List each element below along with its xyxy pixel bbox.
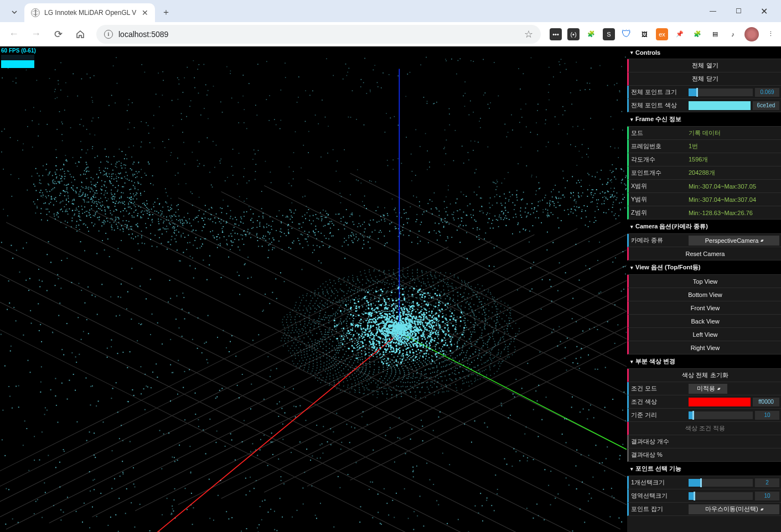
- extension-icon[interactable]: 🖼: [638, 28, 650, 40]
- front-view-button[interactable]: Front View: [631, 301, 779, 314]
- svg-rect-4411: [506, 225, 507, 226]
- condition-color-hex[interactable]: ff0000: [753, 398, 779, 406]
- color-reset-button[interactable]: 색상 전체 초기화: [631, 369, 779, 382]
- svg-rect-1609: [371, 382, 372, 383]
- svg-rect-3292: [373, 343, 375, 345]
- section-camera[interactable]: Camera 옵션(카메라 종류): [627, 220, 781, 234]
- nav-home-button[interactable]: [71, 25, 90, 44]
- point-size-slider[interactable]: [689, 88, 753, 96]
- section-controls[interactable]: Controls: [627, 46, 781, 59]
- region-select-size-value[interactable]: 10: [755, 492, 779, 500]
- svg-rect-5944: [230, 341, 231, 342]
- extension-icon[interactable]: •••: [550, 28, 562, 40]
- point-color-hex[interactable]: 6ce1ed: [753, 101, 779, 110]
- bookmark-star-icon[interactable]: ☆: [524, 28, 533, 40]
- nav-back-button[interactable]: ←: [4, 25, 23, 44]
- svg-rect-5685: [589, 493, 590, 494]
- svg-rect-297: [393, 348, 394, 350]
- svg-rect-2664: [426, 330, 428, 331]
- svg-rect-341: [423, 345, 424, 346]
- right-view-button[interactable]: Right View: [631, 341, 779, 354]
- svg-rect-1769: [429, 284, 430, 285]
- section-partial-color[interactable]: 부분 색상 변경: [627, 354, 781, 369]
- svg-rect-5049: [212, 221, 213, 222]
- back-view-button[interactable]: Back View: [631, 315, 779, 327]
- top-view-button[interactable]: Top View: [631, 275, 779, 288]
- point-size-value[interactable]: 0.069: [755, 88, 779, 97]
- svg-rect-6393: [135, 486, 136, 487]
- extension-icon[interactable]: (•): [567, 28, 580, 40]
- point-grab-select[interactable]: 마우스이동(미선택): [689, 504, 779, 514]
- svg-rect-802: [360, 357, 361, 358]
- one-select-size-value[interactable]: 2: [755, 478, 779, 487]
- condition-color-swatch[interactable]: [689, 398, 751, 406]
- svg-rect-3100: [386, 317, 387, 319]
- svg-rect-2232: [417, 272, 418, 273]
- svg-rect-5078: [61, 208, 62, 210]
- extension-icon[interactable]: 🧩: [585, 28, 597, 40]
- tab-close-button[interactable]: ✕: [141, 8, 149, 17]
- chrome-menu-icon[interactable]: ⋮: [764, 28, 777, 40]
- svg-rect-2115: [407, 276, 408, 277]
- lidar-canvas[interactable]: 60 FPS (0-61): [0, 46, 627, 532]
- svg-rect-2114: [403, 275, 404, 277]
- nav-reload-button[interactable]: ⟳: [49, 25, 68, 44]
- section-view[interactable]: View 옵션 (Top/Font등): [627, 260, 781, 275]
- svg-rect-6140: [581, 348, 582, 349]
- svg-rect-6600: [364, 58, 365, 59]
- extensions-menu-icon[interactable]: 🧩: [691, 28, 704, 40]
- base-dist-value[interactable]: 10: [755, 411, 779, 420]
- svg-rect-3508: [96, 206, 97, 207]
- svg-rect-4672: [56, 169, 58, 170]
- window-close-button[interactable]: ✕: [751, 0, 777, 22]
- svg-rect-3636: [171, 239, 172, 241]
- pin-icon[interactable]: 📌: [674, 28, 686, 40]
- svg-rect-3689: [132, 174, 133, 175]
- left-view-button[interactable]: Left View: [631, 328, 779, 341]
- svg-rect-4621: [287, 217, 288, 218]
- svg-rect-4997: [442, 222, 443, 223]
- extension-icon[interactable]: ex: [656, 28, 668, 40]
- section-point-select[interactable]: 포인트 선택 기능: [627, 462, 781, 476]
- apply-color-condition-button[interactable]: 색상 조건 적용: [631, 422, 779, 435]
- svg-rect-3124: [389, 318, 390, 320]
- svg-rect-4886: [131, 237, 132, 238]
- one-select-size-slider[interactable]: [689, 479, 753, 487]
- reset-camera-button[interactable]: Reset Camera: [631, 247, 779, 260]
- profile-avatar[interactable]: [744, 27, 759, 41]
- svg-rect-3522: [327, 223, 328, 225]
- svg-rect-1130: [353, 362, 354, 363]
- close-all-button[interactable]: 전체 닫기: [631, 72, 779, 85]
- svg-rect-6517: [333, 149, 334, 150]
- svg-rect-5614: [328, 215, 329, 216]
- svg-rect-2330: [296, 310, 297, 311]
- address-bar[interactable]: i localhost:5089 ☆: [96, 25, 541, 44]
- svg-rect-1119: [404, 374, 405, 375]
- bottom-view-button[interactable]: Bottom View: [631, 288, 779, 301]
- region-select-size-slider[interactable]: [689, 492, 753, 500]
- camera-type-select[interactable]: PerspectiveCamera: [689, 236, 779, 246]
- nav-forward-button[interactable]: →: [27, 25, 45, 44]
- window-maximize-button[interactable]: ☐: [726, 0, 751, 22]
- svg-rect-978: [342, 314, 343, 315]
- svg-rect-1110: [442, 362, 443, 363]
- condition-mode-select[interactable]: 미적용: [689, 384, 727, 394]
- site-info-icon[interactable]: i: [104, 30, 113, 39]
- window-minimize-button[interactable]: —: [700, 0, 726, 22]
- browser-tab[interactable]: LG Innotek MLiDAR OpenGL V ✕: [24, 3, 155, 22]
- svg-rect-5740: [71, 352, 73, 353]
- media-icon[interactable]: ♪: [727, 28, 739, 40]
- tab-search-button[interactable]: [7, 4, 22, 20]
- side-panel-icon[interactable]: ▤: [709, 28, 721, 40]
- open-all-button[interactable]: 전체 열기: [631, 59, 779, 72]
- svg-rect-730: [358, 352, 359, 353]
- section-frame[interactable]: Frame 수신 정보: [627, 112, 781, 127]
- svg-rect-1633: [306, 333, 307, 335]
- new-tab-button[interactable]: ＋: [158, 4, 174, 20]
- shield-icon[interactable]: 🛡: [620, 28, 633, 40]
- svg-rect-5471: [513, 202, 514, 204]
- extension-icon[interactable]: S: [603, 28, 615, 40]
- point-color-swatch[interactable]: [689, 101, 751, 110]
- svg-rect-6694: [587, 173, 588, 174]
- base-dist-slider[interactable]: [689, 411, 753, 419]
